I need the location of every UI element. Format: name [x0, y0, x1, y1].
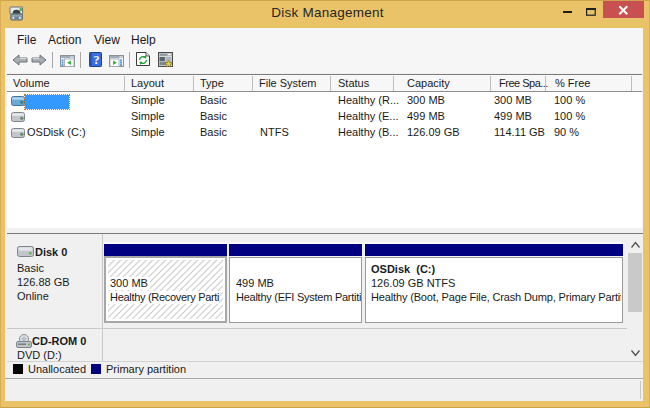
svg-text:?: ? [94, 53, 100, 67]
